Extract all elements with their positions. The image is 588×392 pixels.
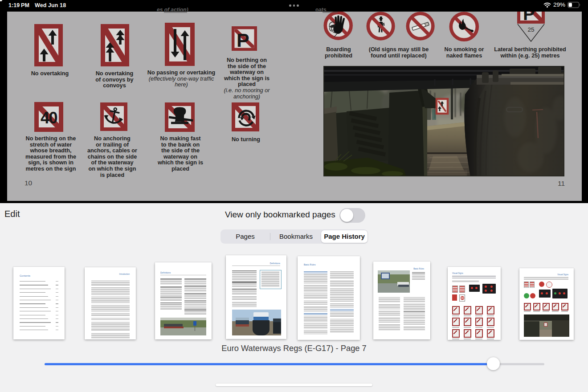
svg-text:40: 40 xyxy=(41,109,57,127)
svg-text:25: 25 xyxy=(527,26,534,33)
svg-text:P: P xyxy=(237,29,249,51)
svg-text:P: P xyxy=(523,12,535,24)
